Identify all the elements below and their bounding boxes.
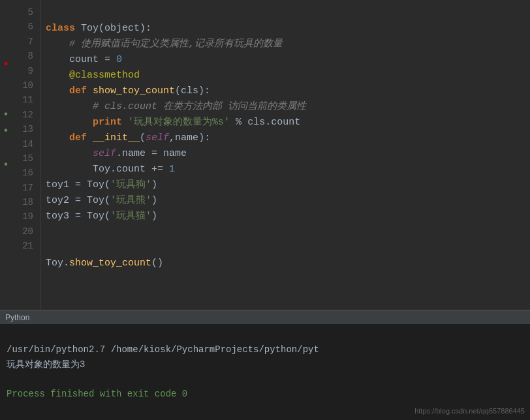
ln-9: 9 (17, 64, 37, 78)
ln-10: 10 (17, 78, 37, 93)
ln-7: 7 (17, 35, 37, 49)
gutter-19 (0, 239, 12, 256)
watermark: https://blog.csdn.net/qq657886445 (414, 407, 525, 415)
console-title: Python (5, 313, 29, 322)
ln-12: 12 (17, 108, 37, 122)
code-line-8: @classmethod (46, 70, 140, 81)
gutter-20 (0, 256, 12, 273)
gutter-7 (0, 38, 12, 55)
console-result-line: 玩具对象的数量为3 (7, 359, 85, 370)
ln-15: 15 (17, 151, 37, 166)
gutter-18 (0, 222, 12, 239)
gutter-8: ● (0, 55, 12, 72)
gutter-10 (0, 89, 12, 106)
ln-18: 18 (17, 195, 37, 209)
code-line-6: # 使用赋值语句定义类属性,记录所有玩具的数量 (46, 38, 283, 50)
gutter-14: ◆ (0, 155, 12, 172)
ln-21: 21 (17, 239, 37, 253)
console-output: /usr/bin/python2.7 /home/kiosk/PycharmPr… (0, 324, 530, 420)
ln-6: 6 (17, 20, 37, 34)
ln-13: 13 (17, 122, 37, 136)
gutter-9 (0, 72, 12, 89)
console-header: Python (0, 310, 530, 324)
code-line-20: Toy.show_toy_count() (46, 258, 163, 269)
code-line-12: def __init__(self,name): (46, 132, 210, 143)
gutter-icons: ● ◆ ◆ ◆ (0, 0, 12, 310)
gutter-6 (0, 22, 12, 39)
ln-17: 17 (17, 181, 37, 195)
code-line-11: print '玩具对象的数量为%s' % cls.count (46, 117, 300, 128)
gutter-12: ◆ (0, 122, 12, 139)
line-numbers: 5 6 7 8 9 10 11 12 13 14 15 16 17 18 19 … (12, 0, 40, 310)
console-cmd-line: /usr/bin/python2.7 /home/kiosk/PycharmPr… (7, 344, 319, 355)
gutter-5 (0, 5, 12, 22)
code-line-5: class Toy(object): (46, 23, 151, 34)
code-line-10: # cls.count 在类方法内部 访问当前的类属性 (46, 101, 306, 112)
ln-5: 5 (17, 5, 37, 20)
ln-11: 11 (17, 93, 37, 107)
code-content[interactable]: class Toy(object): # 使用赋值语句定义类属性,记录所有玩具的… (40, 0, 530, 310)
code-line-16: toy2 = Toy('玩具熊') (46, 195, 157, 206)
code-line-9: def show_toy_count(cls): (46, 85, 210, 97)
ln-16: 16 (17, 166, 37, 180)
gutter-16 (0, 189, 12, 206)
ln-8: 8 (17, 49, 37, 63)
code-line-13: self.name = name (46, 148, 187, 159)
gutter-11: ◆ (0, 106, 12, 123)
ln-19: 19 (17, 209, 37, 224)
code-line-15: toy1 = Toy('玩具狗') (46, 179, 157, 190)
gutter-13 (0, 139, 12, 156)
console-blank (7, 374, 12, 384)
console-area: Python /usr/bin/python2.7 /home/kiosk/Py… (0, 310, 530, 420)
gutter-17 (0, 205, 12, 222)
console-process-line: Process finished with exit code 0 (7, 389, 187, 399)
code-line-7: count = 0 (46, 54, 122, 65)
gutter-15 (0, 172, 12, 189)
code-line-14: Toy.count += 1 (46, 164, 175, 175)
editor-area: ● ◆ ◆ ◆ 5 6 7 8 9 10 11 12 13 (0, 0, 530, 310)
code-line-17: toy3 = Toy('玩具猫') (46, 211, 157, 222)
gutter-21 (0, 273, 12, 290)
ln-20: 20 (17, 224, 37, 239)
ln-14: 14 (17, 137, 37, 151)
